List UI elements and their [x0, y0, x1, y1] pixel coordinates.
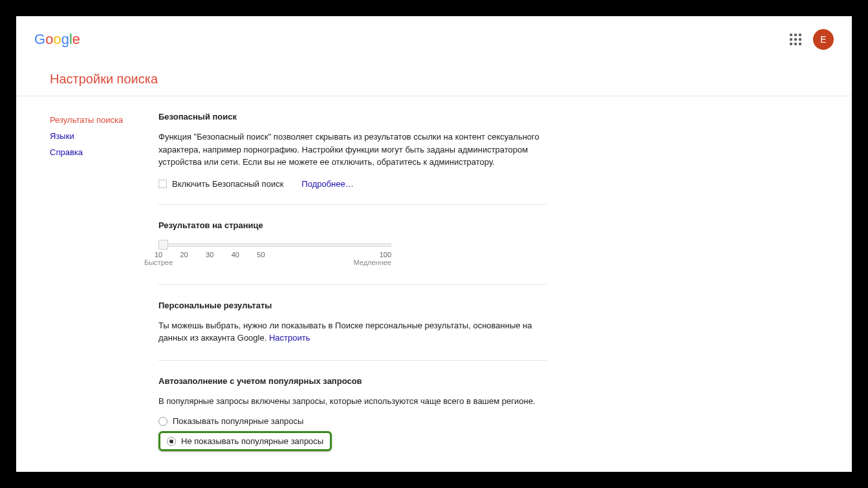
- autocomplete-title: Автозаполнение с учетом популярных запро…: [158, 376, 547, 386]
- autocomplete-desc: В популярные запросы включены запросы, к…: [158, 395, 547, 408]
- radio-icon: [167, 437, 176, 446]
- results-slider-ticks: 10 Быстрее 20 30 40 50 100 Медленнее: [158, 251, 391, 269]
- autocomplete-radio-hide[interactable]: Не показывать популярные запросы: [158, 431, 332, 451]
- personal-results-title: Персональные результаты: [158, 301, 547, 310]
- header: Google E: [16, 16, 852, 56]
- avatar[interactable]: E: [813, 29, 834, 50]
- google-logo[interactable]: Google: [34, 31, 80, 48]
- autocomplete-show-label: Показывать популярные запросы: [173, 416, 303, 426]
- sidebar-item-help[interactable]: Справка: [50, 144, 158, 160]
- page-viewport: Google E Настройки поиска Результаты пои…: [16, 16, 852, 472]
- page-title: Настройки поиска: [16, 56, 852, 96]
- sidebar-item-results[interactable]: Результаты поиска: [50, 112, 158, 128]
- personal-configure-link[interactable]: Настроить: [269, 333, 310, 343]
- results-per-page-title: Результатов на странице: [158, 220, 547, 230]
- personal-results-section: Персональные результаты Ты можешь выбрат…: [158, 301, 547, 361]
- autocomplete-radio-show[interactable]: Показывать популярные запросы: [158, 414, 547, 429]
- results-slider-track[interactable]: [158, 243, 391, 247]
- safesearch-checkbox[interactable]: [158, 180, 167, 188]
- results-slider-thumb[interactable]: [158, 240, 168, 249]
- apps-icon[interactable]: [790, 34, 801, 45]
- safesearch-checkbox-label: Включить Безопасный поиск: [172, 179, 283, 189]
- safesearch-section: Безопасный поиск Функция "Безопасный пои…: [158, 112, 547, 205]
- safesearch-desc: Функция "Безопасный поиск" позволяет скр…: [158, 131, 547, 169]
- autocomplete-hide-label: Не показывать популярные запросы: [181, 436, 323, 446]
- results-per-page-section: Результатов на странице 10 Быстрее 20 30…: [158, 220, 547, 285]
- safesearch-title: Безопасный поиск: [158, 112, 547, 122]
- radio-icon: [158, 417, 168, 426]
- sidebar-item-languages[interactable]: Языки: [50, 128, 158, 144]
- safesearch-learn-more-link[interactable]: Подробнее…: [301, 179, 353, 189]
- autocomplete-section: Автозаполнение с учетом популярных запро…: [158, 376, 547, 452]
- sidebar: Результаты поиска Языки Справка: [50, 112, 158, 451]
- personal-results-desc: Ты можешь выбрать, нужно ли показывать в…: [158, 319, 547, 345]
- main-content: Безопасный поиск Функция "Безопасный пои…: [158, 112, 547, 451]
